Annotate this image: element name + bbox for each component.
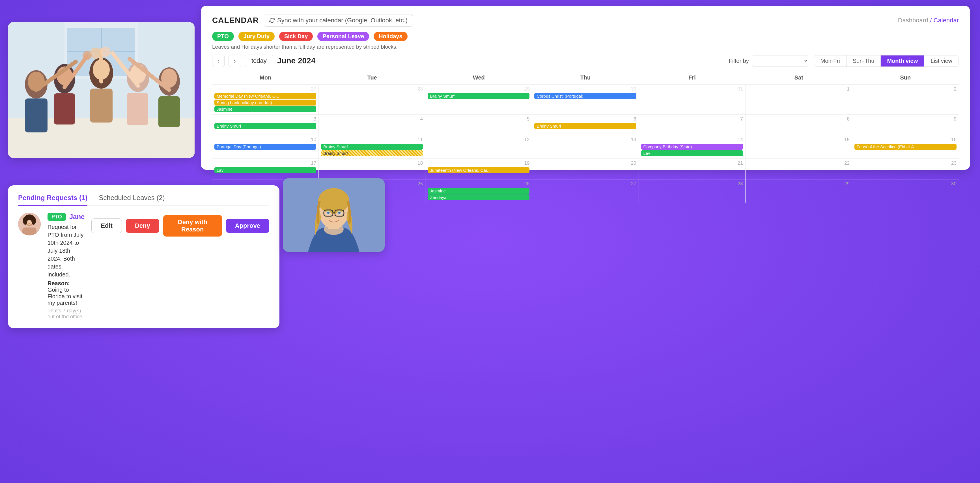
date-20: 20 [534, 161, 636, 166]
svg-point-51 [324, 223, 344, 235]
cell-jun11[interactable]: 11 Brainy Smurf Brainy Smurf [319, 135, 425, 158]
today-btn[interactable]: today [245, 54, 273, 67]
sync-button[interactable]: Sync with your calendar (Google, Outlook… [264, 14, 413, 27]
legend-holidays[interactable]: Holidays [374, 32, 407, 41]
cell-jun19[interactable]: 19 Juneteenth (New Orleans, Car... [425, 159, 532, 179]
svg-point-36 [23, 217, 27, 225]
request-actions: Edit Deny Deny with Reason Approve [91, 215, 269, 236]
event-portugal-day[interactable]: Portugal Day (Portugal) [215, 144, 316, 150]
cell-jun29[interactable]: 29 [746, 179, 852, 202]
cell-jun23[interactable]: 23 [852, 159, 959, 179]
cell-jun1[interactable]: 1 [746, 84, 852, 114]
legend-sick[interactable]: Sick Day [279, 32, 313, 41]
next-btn[interactable]: › [229, 54, 241, 67]
cell-jun14[interactable]: 14 Company Birthday (Slate) Lav [639, 135, 746, 158]
date-11: 11 [321, 137, 423, 143]
cell-jun6[interactable]: 6 Brainy Smurf [532, 115, 639, 135]
cell-may27[interactable]: 27 Memorial Day (New Orleans, O... Sprin… [212, 84, 319, 114]
cell-jun27[interactable]: 27 [532, 179, 639, 202]
event-jasmine-1[interactable]: Jasmine [215, 106, 316, 112]
cell-jun3[interactable]: 3 Brainy Smurf [212, 115, 319, 135]
request-content: PTO Jane Request for PTO from July 10th … [48, 213, 84, 320]
event-brainy-2[interactable]: Brainy Smurf [215, 123, 316, 129]
view-buttons: Mon-Fri Sun-Thu Month view List view [814, 55, 959, 67]
prev-btn[interactable]: ‹ [212, 54, 224, 67]
cell-jun9[interactable]: 9 [852, 115, 959, 135]
legend-personal[interactable]: Personal Leave [317, 32, 369, 41]
cell-jun5[interactable]: 5 [425, 115, 532, 135]
event-brainy-5[interactable]: Brainy Smurf [321, 150, 423, 156]
event-juneteenth[interactable]: Juneteenth (New Orleans, Car... [428, 167, 530, 173]
legend-row: PTO Jury Duty Sick Day Personal Leave Ho… [212, 32, 959, 41]
people-illustration [8, 22, 194, 158]
deny-button[interactable]: Deny [126, 219, 159, 233]
cell-jun15[interactable]: 15 [746, 135, 852, 158]
cell-jun16[interactable]: 16 Feast of the Sacrifice (Eid al-A... [852, 135, 959, 158]
view-month[interactable]: Month view [881, 56, 924, 67]
cell-jun13[interactable]: 13 [532, 135, 639, 158]
date-6: 6 [534, 116, 636, 122]
cell-jun17[interactable]: 17 Lav [212, 159, 319, 179]
date-29b: 29 [748, 181, 850, 187]
cell-jun8[interactable]: 8 [746, 115, 852, 135]
cell-jun18[interactable]: 18 [319, 159, 425, 179]
legend-pto[interactable]: PTO [212, 32, 234, 41]
svg-rect-16 [127, 93, 148, 125]
month-title: June 2024 [277, 56, 315, 65]
event-jasmine-2[interactable]: Jasmine [428, 188, 530, 194]
breadcrumb-dashboard[interactable]: Dashboard [898, 17, 929, 24]
name-row: PTO Jane [48, 213, 84, 221]
cell-jun10[interactable]: 10 Portugal Day (Portugal) [212, 135, 319, 158]
deny-with-reason-button[interactable]: Deny with Reason [163, 215, 222, 236]
svg-point-27 [100, 47, 111, 57]
cell-jun4[interactable]: 4 [319, 115, 425, 135]
event-lav-1[interactable]: Lav [641, 150, 743, 156]
cell-jun12[interactable]: 12 [425, 135, 532, 158]
event-eid[interactable]: Feast of the Sacrifice (Eid al-A... [854, 144, 956, 150]
edit-button[interactable]: Edit [91, 218, 122, 233]
reason-text: Going to Florida to visit my parents! [48, 287, 82, 306]
event-corpus-christi[interactable]: Corpus Christi (Portugal) [534, 93, 636, 99]
event-brainy-4[interactable]: Brainy Smurf [321, 144, 423, 150]
cell-jun7[interactable]: 7 [639, 115, 746, 135]
approve-button[interactable]: Approve [226, 219, 269, 233]
cell-may31[interactable]: 31 [639, 84, 746, 114]
cell-may29[interactable]: 29 Brainy Smurf [425, 84, 532, 114]
event-brainy-3[interactable]: Brainy Smurf [534, 123, 636, 129]
cell-jun21[interactable]: 21 [639, 159, 746, 179]
event-zendaya[interactable]: Zendaya [428, 194, 530, 200]
calendar-panel: CALENDAR Sync with your calendar (Google… [201, 6, 970, 170]
tab-scheduled-leaves[interactable]: Scheduled Leaves (2) [99, 194, 165, 206]
event-company-bday[interactable]: Company Birthday (Slate) [641, 144, 743, 150]
cell-may28[interactable]: 28 [319, 84, 425, 114]
day-mon: Mon [212, 73, 319, 83]
event-memorial-day[interactable]: Memorial Day (New Orleans, O... [215, 93, 316, 99]
cell-jun26[interactable]: 26 Jasmine Zendaya [425, 179, 532, 202]
svg-point-50 [338, 212, 340, 214]
day-tue: Tue [319, 73, 425, 83]
request-text: Request for PTO from July 10th 2024 to J… [48, 223, 84, 279]
svg-point-49 [327, 212, 329, 214]
view-list[interactable]: List view [924, 56, 958, 67]
svg-rect-19 [158, 96, 180, 128]
view-mon-fri[interactable]: Mon-Fri [814, 56, 846, 67]
day-sun: Sun [852, 73, 959, 83]
date-4: 4 [321, 116, 423, 122]
event-brainy-1[interactable]: Brainy Smurf [428, 93, 530, 99]
cell-jun30[interactable]: 30 [852, 179, 959, 202]
cell-jun22[interactable]: 22 [746, 159, 852, 179]
cell-jun28[interactable]: 28 [639, 179, 746, 202]
cell-jun20[interactable]: 20 [532, 159, 639, 179]
cell-jun2[interactable]: 2 [852, 84, 959, 114]
legend-jury[interactable]: Jury Duty [239, 32, 275, 41]
breadcrumb-sep: / [930, 17, 933, 24]
event-lav-2[interactable]: Lav [215, 167, 316, 173]
days-note: That's 7 day(s) out of the office. [48, 308, 84, 320]
filter-dropdown[interactable] [752, 55, 808, 67]
cell-may30[interactable]: 30 Corpus Christi (Portugal) [532, 84, 639, 114]
day-thu: Thu [532, 73, 639, 83]
event-spring-bank[interactable]: Spring bank holiday (London) [215, 100, 316, 105]
view-sun-thu[interactable]: Sun-Thu [846, 56, 881, 67]
tab-pending-requests[interactable]: Pending Requests (1) [18, 194, 88, 206]
week-row-2: 3 Brainy Smurf 4 5 6 Brainy Smurf 7 8 [212, 114, 959, 135]
